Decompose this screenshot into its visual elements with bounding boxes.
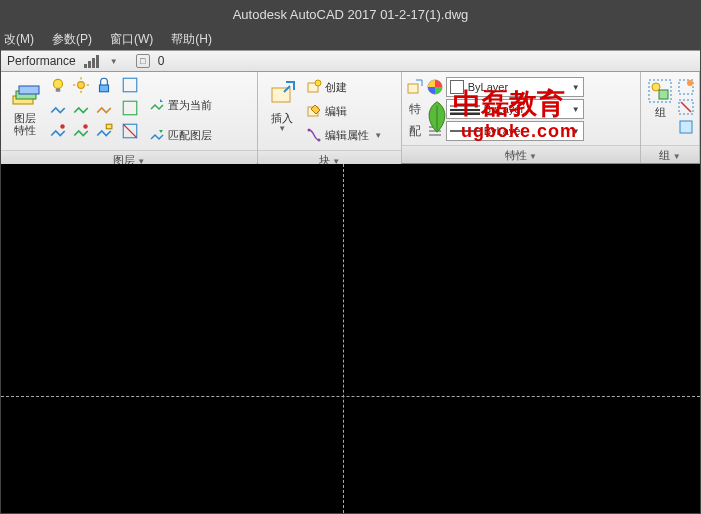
props-row3-label: 配 <box>406 123 424 140</box>
edit-attr-icon <box>306 127 322 143</box>
color-combo[interactable]: ByLayer▼ <box>446 77 584 97</box>
layer-tools-col2 <box>121 76 143 144</box>
svg-point-11 <box>60 124 65 129</box>
menu-modify[interactable]: 改(M) <box>4 31 34 48</box>
ribbon: 图层 特性 置为当前 <box>1 72 700 164</box>
svg-point-22 <box>308 129 311 132</box>
drawing-canvas[interactable] <box>1 164 700 513</box>
title-bar: Autodesk AutoCAD 2017 01-2-17(1).dwg <box>1 1 700 28</box>
insert-button[interactable]: 插入 ▼ <box>262 76 302 135</box>
layer-lock-icon[interactable] <box>95 99 113 117</box>
layer-tools-grid <box>49 76 117 144</box>
panel-layer: 图层 特性 置为当前 <box>1 72 258 163</box>
layer-walk-icon[interactable] <box>95 122 113 140</box>
panel-props-title[interactable]: 特性 <box>402 145 640 163</box>
layer-isolate-icon[interactable] <box>49 122 67 140</box>
menu-window[interactable]: 窗口(W) <box>110 31 153 48</box>
layer-freeze-icon[interactable] <box>72 99 90 117</box>
layer-square-icon[interactable] <box>121 76 139 94</box>
lineweight-icon <box>450 103 480 115</box>
panel-block: 插入 ▼ 创建 编辑 编辑属性 ▼ 块 <box>258 72 402 163</box>
box-icon[interactable]: □ <box>136 54 150 68</box>
layer-properties-button[interactable]: 图层 特性 <box>5 76 45 138</box>
layer-stack-icon <box>9 78 41 110</box>
edit-attr-button[interactable]: 编辑属性 ▼ <box>306 124 382 146</box>
menu-bar: 改(M) 参数(P) 窗口(W) 帮助(H) <box>1 28 700 50</box>
group-bbox-icon[interactable] <box>677 118 695 136</box>
svg-rect-13 <box>106 124 112 129</box>
performance-label: Performance <box>7 54 76 68</box>
svg-line-40 <box>681 102 691 112</box>
group-button[interactable]: 组 <box>645 76 675 120</box>
set-current-button[interactable]: 置为当前 <box>149 94 212 116</box>
svg-rect-41 <box>680 121 692 133</box>
svg-point-3 <box>54 79 63 88</box>
svg-rect-10 <box>100 85 109 92</box>
group-edit-icon[interactable] <box>677 78 695 96</box>
linetype-combo[interactable]: ByLayer▼ <box>446 121 584 141</box>
svg-rect-14 <box>123 78 137 92</box>
crosshair-horizontal <box>1 396 700 397</box>
panel-group: 组 组 <box>641 72 700 163</box>
props-row2-label: 特 <box>406 101 424 118</box>
menu-param[interactable]: 参数(P) <box>52 31 92 48</box>
color-wheel-icon[interactable] <box>426 78 444 96</box>
layer-off-icon[interactable] <box>49 99 67 117</box>
bulb-icon[interactable] <box>49 76 67 94</box>
panel-group-title[interactable]: 组 <box>641 145 699 163</box>
match-layer-button[interactable]: 匹配图层 <box>149 124 212 146</box>
svg-rect-15 <box>123 101 137 115</box>
svg-line-26 <box>434 104 440 110</box>
layer-square2-icon[interactable] <box>121 99 139 117</box>
match-props-icon[interactable] <box>406 78 424 96</box>
match-layer-icon <box>149 127 165 143</box>
ungroup-icon[interactable] <box>677 98 695 116</box>
svg-point-20 <box>315 80 321 86</box>
svg-point-12 <box>83 124 88 129</box>
lock-icon[interactable] <box>95 76 113 94</box>
brush-icon[interactable] <box>426 100 444 118</box>
set-current-icon <box>149 97 165 113</box>
performance-value: 0 <box>158 54 165 68</box>
svg-point-38 <box>687 80 693 86</box>
svg-point-23 <box>318 139 321 142</box>
sun-icon[interactable] <box>72 76 90 94</box>
performance-bar: Performance ▼ □ 0 <box>1 50 700 72</box>
lineweight-combo[interactable]: ByLayer▼ <box>446 99 584 119</box>
linetype-icon <box>450 127 480 135</box>
svg-rect-36 <box>659 90 668 99</box>
edit-block-button[interactable]: 编辑 <box>306 100 382 122</box>
list-icon[interactable] <box>426 122 444 140</box>
signal-icon <box>84 54 102 68</box>
group-icon <box>647 78 673 104</box>
crosshair-vertical <box>343 164 344 513</box>
layer-properties-label: 图层 特性 <box>14 112 36 136</box>
create-block-button[interactable]: 创建 <box>306 76 382 98</box>
svg-rect-4 <box>56 88 61 91</box>
edit-block-icon <box>306 103 322 119</box>
svg-rect-2 <box>19 86 39 94</box>
layer-square3-icon[interactable] <box>121 122 139 140</box>
svg-line-17 <box>123 124 137 138</box>
svg-point-5 <box>78 82 85 89</box>
panel-properties: ByLayer▼ 特 ByLayer▼ 配 ByLayer▼ 特性 <box>402 72 641 163</box>
insert-icon <box>266 78 298 110</box>
layer-unisolate-icon[interactable] <box>72 122 90 140</box>
menu-help[interactable]: 帮助(H) <box>171 31 212 48</box>
create-block-icon <box>306 79 322 95</box>
svg-rect-24 <box>408 84 418 93</box>
